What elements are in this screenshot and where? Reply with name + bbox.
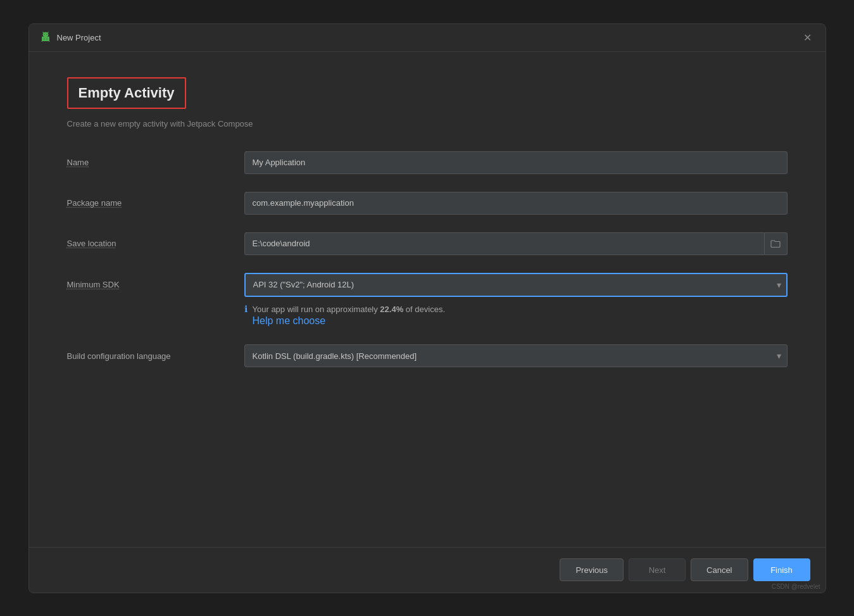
android-icon [39, 31, 52, 44]
package-row: Package name [67, 192, 788, 215]
svg-rect-4 [44, 38, 45, 40]
name-label: Name [67, 158, 244, 167]
info-icon: ℹ [244, 304, 248, 314]
svg-rect-5 [46, 38, 47, 40]
dialog-footer: Previous Next Cancel Finish [29, 547, 826, 593]
minimum-sdk-label: Minimum SDK [67, 280, 244, 289]
sdk-hint-row: ℹ Your app will run on approximately 22.… [244, 303, 788, 327]
help-me-choose-link[interactable]: Help me choose [253, 315, 446, 327]
build-config-label: Build configuration language [67, 351, 244, 361]
dialog-title: New Project [57, 33, 800, 42]
minimum-sdk-wrapper: API 32 ("Sv2"; Android 12L) API 33 (Andr… [244, 273, 788, 297]
package-label: Package name [67, 198, 244, 208]
dialog-content: Empty Activity Create a new empty activi… [29, 52, 826, 547]
activity-header-box: Empty Activity [67, 77, 186, 109]
sdk-hint-text: Your app will run on approximately 22.4%… [253, 303, 446, 327]
save-location-label: Save location [67, 239, 244, 248]
minimum-sdk-row: Minimum SDK API 32 ("Sv2"; Android 12L) … [67, 273, 788, 297]
svg-point-2 [44, 34, 44, 35]
minimum-sdk-select[interactable]: API 32 ("Sv2"; Android 12L) API 33 (Andr… [244, 273, 788, 297]
browse-folder-button[interactable] [765, 232, 788, 255]
activity-title: Empty Activity [78, 85, 175, 101]
save-location-input[interactable] [244, 232, 765, 255]
close-button[interactable]: ✕ [800, 30, 815, 45]
build-config-wrapper: Kotlin DSL (build.gradle.kts) [Recommend… [244, 344, 788, 367]
cancel-button[interactable]: Cancel [691, 558, 748, 581]
sdk-hint-suffix: of devices. [403, 305, 445, 314]
new-project-dialog: New Project ✕ Empty Activity Create a ne… [28, 23, 826, 593]
watermark: CSDN @redvelet [772, 583, 820, 590]
svg-point-3 [46, 34, 47, 35]
finish-button[interactable]: Finish [753, 558, 810, 581]
name-input[interactable] [244, 151, 788, 174]
previous-button[interactable]: Previous [560, 558, 624, 581]
svg-rect-0 [42, 37, 49, 42]
next-button[interactable]: Next [629, 558, 686, 581]
activity-subtitle: Create a new empty activity with Jetpack… [67, 119, 788, 129]
save-location-row: Save location [67, 232, 788, 255]
sdk-percent: 22.4% [380, 305, 403, 314]
name-row: Name [67, 151, 788, 174]
sdk-hint-prefix: Your app will run on approximately [253, 305, 380, 314]
build-config-row: Build configuration language ? Kotlin DS… [67, 344, 788, 367]
package-input[interactable] [244, 192, 788, 215]
save-location-field [244, 232, 788, 255]
title-bar: New Project ✕ [29, 24, 826, 52]
build-config-select[interactable]: Kotlin DSL (build.gradle.kts) [Recommend… [244, 344, 788, 367]
build-config-label-group: Build configuration language ? [67, 351, 244, 361]
